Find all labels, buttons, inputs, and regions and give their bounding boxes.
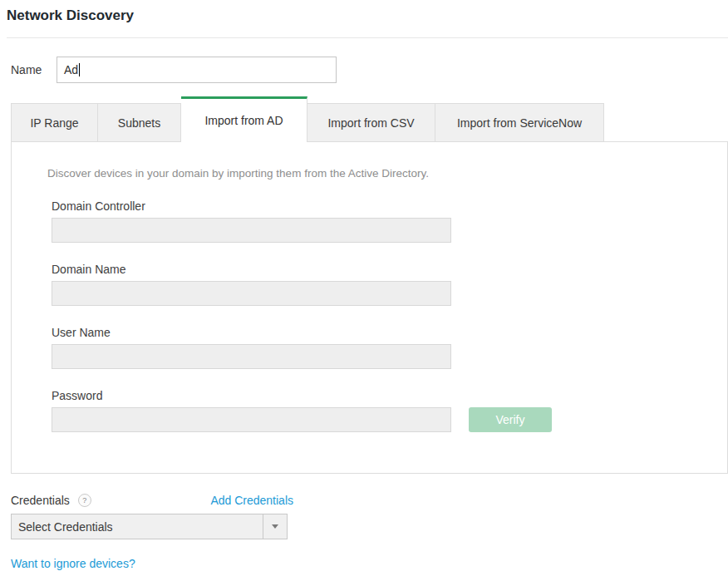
domain-name-group: Domain Name <box>52 263 727 306</box>
text-caret <box>79 63 80 76</box>
credentials-row: Credentials ? Add Credentials <box>11 494 293 507</box>
tab-ip-range[interactable]: IP Range <box>11 103 98 142</box>
tab-import-from-servicenow[interactable]: Import from ServiceNow <box>435 103 604 142</box>
user-name-input[interactable] <box>52 344 451 369</box>
password-group: Password Verify <box>52 389 727 432</box>
panel-description: Discover devices in your domain by impor… <box>47 167 727 180</box>
discovery-name-input[interactable]: Ad <box>57 57 337 83</box>
tab-subnets[interactable]: Subnets <box>98 103 181 142</box>
add-credentials-link[interactable]: Add Credentials <box>210 494 293 507</box>
credentials-select-value: Select Credentials <box>12 520 263 534</box>
password-label: Password <box>52 389 727 402</box>
title-divider <box>7 37 728 38</box>
tab-strip: IP Range Subnets Import from AD Import f… <box>11 96 728 142</box>
tab-import-from-ad[interactable]: Import from AD <box>181 96 307 142</box>
user-name-group: User Name <box>52 326 727 369</box>
password-row: Verify <box>52 402 727 432</box>
domain-controller-label: Domain Controller <box>52 199 727 213</box>
verify-button[interactable]: Verify <box>469 407 552 432</box>
import-from-ad-panel: Discover devices in your domain by impor… <box>11 141 728 474</box>
domain-name-input[interactable] <box>52 281 451 306</box>
chevron-down-icon <box>272 524 278 529</box>
name-input-value: Ad <box>64 63 78 76</box>
page-title: Network Discovery <box>7 5 728 27</box>
name-label: Name <box>11 63 57 76</box>
help-icon[interactable]: ? <box>78 494 91 507</box>
password-input[interactable] <box>52 407 451 432</box>
domain-name-label: Domain Name <box>52 263 727 276</box>
name-row: Name Ad <box>11 57 728 83</box>
dropdown-arrow-box[interactable] <box>263 514 287 539</box>
credentials-select[interactable]: Select Credentials <box>11 514 288 539</box>
discovery-tabs: IP Range Subnets Import from AD Import f… <box>11 96 728 474</box>
ignore-devices-link[interactable]: Want to ignore devices? <box>11 557 135 570</box>
credentials-label: Credentials <box>11 494 70 507</box>
domain-controller-group: Domain Controller <box>52 199 727 243</box>
domain-controller-input[interactable] <box>52 218 451 243</box>
user-name-label: User Name <box>52 326 727 339</box>
tab-import-from-csv[interactable]: Import from CSV <box>307 103 435 142</box>
